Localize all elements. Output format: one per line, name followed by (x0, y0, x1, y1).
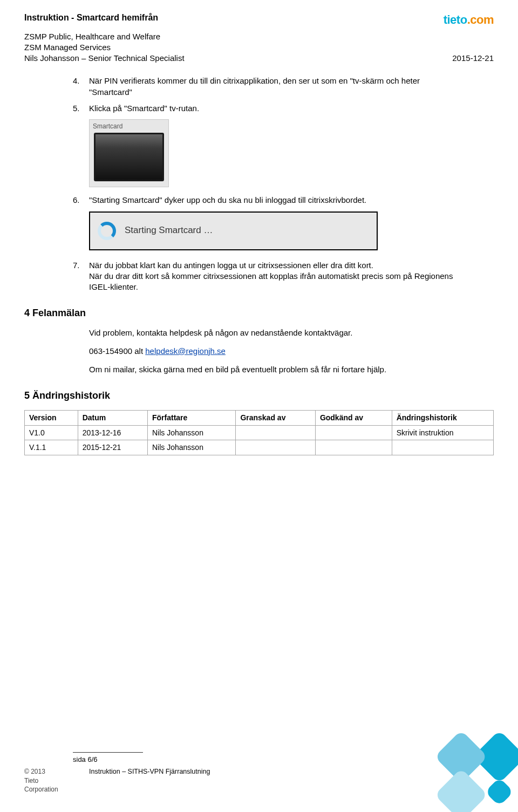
table-row: V1.0 2013-12-16 Nils Johansson Skrivit i… (25, 425, 494, 440)
felanmalan-p3: Om ni mailar, skicka gärna med en bild p… (89, 364, 461, 375)
helpdesk-email-link[interactable]: helpdesk@regionjh.se (145, 346, 226, 356)
document-header: Instruktion - Smartcard hemifrån ZSMP Pu… (24, 12, 494, 64)
step-text: "Starting Smartcard" dyker upp och du sk… (89, 195, 461, 206)
col-version: Version (25, 410, 78, 425)
smartcard-label: Smartcard (91, 121, 167, 132)
header-org1: ZSMP Public, Healthcare and Welfare (24, 31, 494, 42)
step-number: 6. (73, 195, 89, 206)
col-granskad: Granskad av (236, 410, 316, 425)
footer-doc-name: Instruktion – SITHS-VPN Fjärranslutning (89, 767, 210, 794)
footer-copyright: © 2013 (24, 767, 73, 776)
table-header-row: Version Datum Författare Granskad av God… (25, 410, 494, 425)
smartcard-screenshot: Smartcard (89, 119, 169, 187)
tv-icon (94, 133, 164, 181)
section-4-body: Vid problem, kontakta helpdesk på någon … (89, 327, 461, 376)
table-row: V.1.1 2015-12-21 Nils Johansson (25, 440, 494, 455)
step-6: 6. "Starting Smartcard" dyker upp och du… (73, 195, 461, 206)
col-historik: Ändringshistorik (392, 410, 493, 425)
doc-title: Instruktion - Smartcard hemifrån (24, 12, 494, 24)
col-datum: Datum (78, 410, 147, 425)
felanmalan-p1: Vid problem, kontakta helpdesk på någon … (89, 327, 461, 338)
page-number: sida 6/6 (73, 755, 494, 765)
step-number: 5. (73, 103, 89, 114)
section-4-heading: 4 Felanmälan (24, 306, 494, 319)
footer-rule (73, 752, 143, 753)
page-footer: sida 6/6 © 2013 Tieto Corporation Instru… (24, 752, 494, 794)
header-author: Nils Johansson – Senior Technical Specia… (24, 53, 494, 64)
tieto-logo: tieto.com (444, 12, 494, 28)
step-number: 4. (73, 76, 89, 98)
step-text: När du jobbat klart kan du antingen logg… (89, 260, 461, 293)
starting-text: Starting Smartcard … (125, 224, 213, 237)
col-godkand: Godkänd av (315, 410, 392, 425)
step-5: 5. Klicka på "Smartcard" tv-rutan. (73, 103, 461, 114)
header-date: 2015-12-21 (452, 53, 494, 64)
col-forfattare: Författare (148, 410, 236, 425)
loading-spinner-icon (98, 222, 116, 240)
footer-corp: Tieto Corporation (24, 776, 73, 794)
step-number: 7. (73, 260, 89, 293)
starting-smartcard-screenshot: Starting Smartcard … (89, 211, 378, 250)
header-org2: ZSM Managed Services (24, 42, 494, 53)
step-7: 7. När du jobbat klart kan du antingen l… (73, 260, 461, 293)
step-text: Klicka på "Smartcard" tv-rutan. (89, 103, 461, 114)
step-text: När PIN verifierats kommer du till din c… (89, 76, 461, 98)
step-4: 4. När PIN verifierats kommer du till di… (73, 76, 461, 98)
revision-history-table: Version Datum Författare Granskad av God… (24, 410, 494, 456)
section-5-heading: 5 Ändringshistorik (24, 389, 494, 402)
felanmalan-contact: 063-154900 alt helpdesk@regionjh.se (89, 346, 461, 357)
